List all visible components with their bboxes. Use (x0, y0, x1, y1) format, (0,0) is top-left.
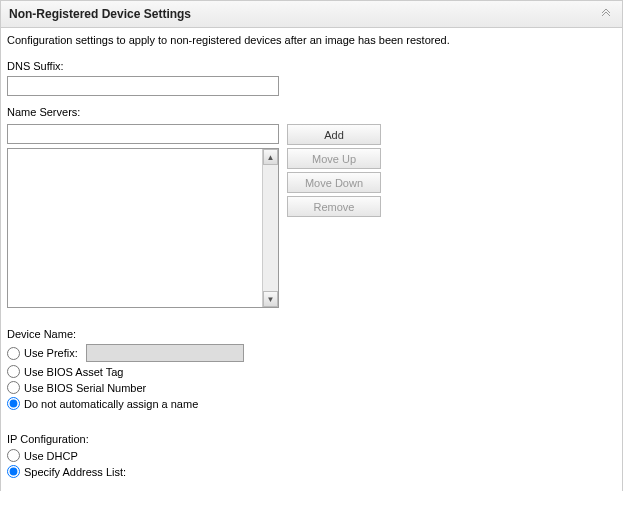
radio-bios-asset-label: Use BIOS Asset Tag (24, 366, 123, 378)
radio-no-auto[interactable] (7, 397, 20, 410)
radio-bios-serial-row: Use BIOS Serial Number (7, 381, 616, 394)
radio-bios-asset[interactable] (7, 365, 20, 378)
radio-bios-serial-label: Use BIOS Serial Number (24, 382, 146, 394)
radio-no-auto-row: Do not automatically assign a name (7, 397, 616, 410)
name-servers-row: ▲ ▼ Add Move Up Move Down Remove (7, 124, 616, 308)
scroll-down-icon[interactable]: ▼ (263, 291, 278, 307)
description-text: Configuration settings to apply to non-r… (7, 34, 616, 46)
radio-use-prefix-row: Use Prefix: (7, 344, 616, 362)
radio-dhcp-label: Use DHCP (24, 450, 78, 462)
move-down-button[interactable]: Move Down (287, 172, 381, 193)
name-servers-left: ▲ ▼ (7, 124, 279, 308)
device-name-label: Device Name: (7, 328, 616, 340)
panel-body: Configuration settings to apply to non-r… (1, 28, 622, 491)
name-servers-label: Name Servers: (7, 106, 616, 118)
listbox-scrollbar[interactable]: ▲ ▼ (262, 149, 278, 307)
radio-bios-serial[interactable] (7, 381, 20, 394)
radio-use-prefix[interactable] (7, 347, 20, 360)
prefix-input (86, 344, 244, 362)
panel-title: Non-Registered Device Settings (9, 7, 191, 21)
remove-button[interactable]: Remove (287, 196, 381, 217)
scroll-up-icon[interactable]: ▲ (263, 149, 278, 165)
radio-use-prefix-label: Use Prefix: (24, 347, 78, 359)
name-server-input[interactable] (7, 124, 279, 144)
radio-specify[interactable] (7, 465, 20, 478)
radio-specify-row: Specify Address List: (7, 465, 616, 478)
dns-suffix-input[interactable] (7, 76, 279, 96)
panel-header: Non-Registered Device Settings (1, 1, 622, 28)
name-servers-listbox[interactable]: ▲ ▼ (7, 148, 279, 308)
radio-no-auto-label: Do not automatically assign a name (24, 398, 198, 410)
ip-config-label: IP Configuration: (7, 433, 616, 445)
name-servers-buttons: Add Move Up Move Down Remove (287, 124, 381, 220)
radio-dhcp[interactable] (7, 449, 20, 462)
settings-panel: Non-Registered Device Settings Configura… (0, 0, 623, 491)
radio-specify-label: Specify Address List: (24, 466, 126, 478)
move-up-button[interactable]: Move Up (287, 148, 381, 169)
add-button[interactable]: Add (287, 124, 381, 145)
radio-bios-asset-row: Use BIOS Asset Tag (7, 365, 616, 378)
collapse-icon[interactable] (598, 6, 614, 22)
dns-suffix-label: DNS Suffix: (7, 60, 616, 72)
radio-dhcp-row: Use DHCP (7, 449, 616, 462)
